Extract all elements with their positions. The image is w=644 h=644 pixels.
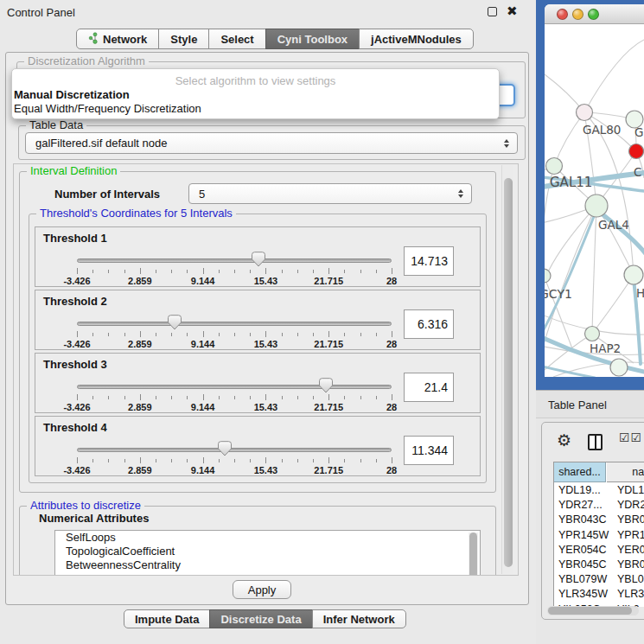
table-panel: ⚙ ☑☑ shared... name YDL19...YDL1YDR27...… [541,422,644,620]
threshold-value-field[interactable]: 6.316 [404,309,454,339]
network-node[interactable] [545,269,551,283]
network-node[interactable] [546,158,563,175]
threshold-panel: Threshold 2-3.4262.8599.14415.4321.71528… [35,290,481,350]
mac-minimize-icon[interactable] [572,9,583,20]
mac-close-icon[interactable] [557,9,568,20]
tab-cyni-toolbox[interactable]: Cyni Toolbox [265,29,360,49]
tab-impute-data[interactable]: Impute Data [124,609,210,628]
slider-thumb[interactable] [218,441,232,456]
attribute-item[interactable]: SelfLoops [55,531,480,545]
threshold-value-field[interactable]: 14.713 [404,246,454,276]
threshold-label: Threshold 4 [43,421,107,434]
cell-shared-name[interactable]: YLR345W [558,588,608,600]
network-node[interactable] [585,327,600,341]
mac-zoom-icon[interactable] [588,9,599,20]
numerical-attributes-list[interactable]: SelfLoopsTopologicalCoefficientBetweenne… [54,530,481,576]
group-label: Interval Definition [27,165,120,177]
table-data-combobox[interactable]: galFiltered.sif default node [25,132,518,154]
thresholds-group: Threshold's Coordinates for 5 Intervals … [29,214,487,483]
threshold-panel: Threshold 4-3.4262.8599.14415.4321.71528… [35,416,481,476]
list-scrollbar[interactable] [469,532,478,576]
checked-boxes-icon[interactable]: ☑☑ [619,430,642,444]
cyni-bottom-tabs: Impute DataDiscretize DataInfer Network [124,609,406,628]
attributes-group: Attributes to discretize Numerical Attri… [19,506,496,576]
num-intervals-combobox[interactable]: 5 [188,183,472,204]
cell-name[interactable]: YLR3 [617,588,644,600]
threshold-label: Threshold 1 [43,232,107,245]
vertical-scrollbar[interactable] [501,165,513,574]
table-row[interactable]: YBL079WYBL0 [554,572,644,587]
cell-shared-name[interactable]: YPR145W [558,529,609,541]
attribute-item[interactable]: TopologicalCoefficient [55,545,480,558]
cell-shared-name[interactable]: YBR043C [558,513,607,526]
slider-track[interactable] [77,322,392,326]
tab-jactivemnodules[interactable]: jActiveMNodules [359,29,474,49]
interval-definition-group: Interval Definition Number of Intervals … [19,171,496,493]
network-window-titlebar[interactable] [545,4,644,24]
apply-button[interactable]: Apply [233,580,291,599]
cell-shared-name[interactable]: YER054C [558,544,607,556]
group-label: Table Data [26,119,86,131]
threshold-panel: Threshold 3-3.4262.8599.14415.4321.71528… [35,353,481,413]
cell-name[interactable]: YBL0 [617,573,644,585]
cell-shared-name[interactable]: YDL19... [558,484,601,496]
cell-shared-name[interactable]: YBR045C [558,558,607,571]
cell-name[interactable]: YDL1 [617,484,644,496]
table-row[interactable]: YDR27...YDR2 [554,498,644,513]
cyni-toolbox-panel: Discretization Algorithm Select algorith… [5,52,529,605]
threshold-value-field[interactable]: 21.4 [404,373,454,402]
column-header-shared-name[interactable]: shared... [554,462,606,482]
slider-track[interactable] [77,385,392,389]
table-row[interactable]: YDL19...YDL1 [554,483,644,498]
panel-title: Control Panel [7,6,75,19]
slider-thumb[interactable] [252,252,265,267]
cell-name[interactable]: YBR0 [617,513,644,526]
table-row[interactable]: YER054CYER0 [554,543,644,558]
cell-name[interactable]: YBR0 [617,558,644,571]
slider-axis-labels: -3.4262.8599.14415.4321.71528 [77,465,392,475]
tab-select[interactable]: Select [208,29,265,49]
tab-style[interactable]: Style [158,29,209,49]
threshold-label: Threshold 2 [43,295,107,308]
attribute-item[interactable]: BetweennessCentrality [55,558,480,572]
float-window-icon[interactable] [488,7,497,16]
cell-name[interactable]: YER0 [617,544,644,556]
slider-track[interactable] [77,258,392,263]
network-node[interactable] [624,265,643,284]
network-canvas[interactable]: GAL80G.CGAL11GAL4GCY1HHAP2 [545,25,644,377]
tab-network[interactable]: Network [76,29,159,49]
column-header-name[interactable]: name [607,462,644,482]
tab-infer-network[interactable]: Infer Network [312,609,406,628]
slider-track[interactable] [77,448,392,452]
algorithm-prompt: Select algorithm to view settings [12,73,499,88]
cell-shared-name[interactable]: YDR27... [558,499,603,511]
tab-discretize-data[interactable]: Discretize Data [209,609,312,628]
horizontal-scrollbar[interactable] [547,606,639,615]
columns-icon[interactable] [588,434,603,450]
network-node[interactable] [585,194,608,217]
network-node[interactable] [610,359,628,376]
slider-thumb[interactable] [319,378,333,393]
cell-name[interactable]: YPR1 [617,529,644,541]
slider-axis-labels: -3.4262.8599.14415.4321.71528 [77,276,392,286]
stepper-icon [458,189,463,198]
numerical-attributes-label: Numerical Attributes [39,512,149,525]
gear-icon[interactable]: ⚙ [557,430,571,450]
cell-name[interactable]: YDR2 [617,499,644,511]
cell-shared-name[interactable]: YBL079W [558,573,607,585]
node-label: C [634,165,641,179]
slider-thumb[interactable] [168,315,182,330]
table-row[interactable]: YLR345WYLR3 [554,587,644,602]
control-panel-titlebar: Control Panel ✖ [0,0,536,25]
table-row[interactable]: YPR145WYPR1 [554,528,644,543]
threshold-value-field[interactable]: 11.344 [404,436,454,465]
network-node[interactable] [577,105,593,121]
algorithm-option[interactable]: Manual Discretization [12,88,499,102]
algorithm-option[interactable]: Equal Width/Frequency Discretization [12,102,499,116]
network-view-window: GAL80G.CGAL11GAL4GCY1HHAP2 [545,4,644,377]
table-row[interactable]: YBR045CYBR0 [554,558,644,572]
close-icon[interactable]: ✖ [507,3,518,19]
network-node[interactable] [629,144,644,159]
table-row[interactable]: YBR043CYBR0 [554,513,644,527]
num-intervals-value: 5 [199,188,205,201]
